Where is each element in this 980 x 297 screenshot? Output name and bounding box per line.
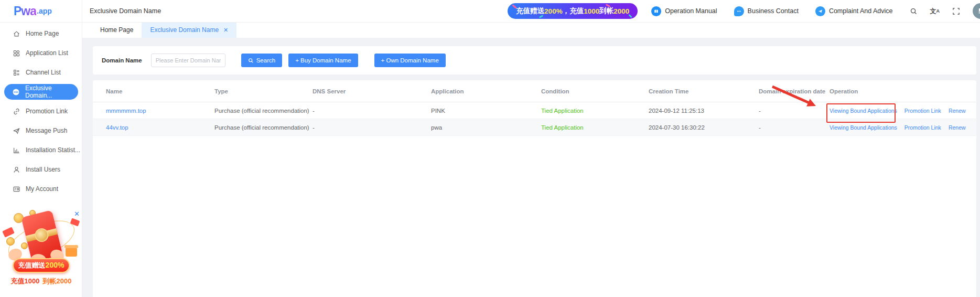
- fullscreen-icon[interactable]: [952, 7, 960, 15]
- ad-close-icon[interactable]: ✕: [74, 210, 80, 217]
- creation-time-cell: 2024-07-30 16:30:22: [649, 124, 759, 131]
- logo: Pwa .app: [0, 0, 82, 22]
- svg-text:DNS: DNS: [14, 91, 18, 93]
- user-icon: [13, 166, 20, 174]
- dns-server-cell: -: [313, 108, 431, 114]
- dns-globe-icon: DNS: [12, 88, 20, 96]
- viewing-bound-applications-link[interactable]: Viewing Bound Applications: [830, 124, 897, 131]
- sidebar-item-application-list[interactable]: Application List: [0, 45, 82, 61]
- type-cell: Purchase (official recommendation): [214, 124, 313, 131]
- domain-name-link[interactable]: mmmmmm.top: [106, 108, 214, 114]
- confetti-icon: [512, 4, 517, 9]
- home-icon: [13, 30, 20, 38]
- sidebar-ad-banner[interactable]: ✕ 充值赠送200% 充值1000到帐2000: [0, 210, 82, 297]
- col-operation: Operation: [830, 88, 976, 94]
- top-header: Pwa .app Exclusive Domain Name 充值赠送200%，…: [0, 0, 980, 23]
- grid-icon: [13, 49, 20, 57]
- col-dns-server: DNS Server: [313, 88, 431, 94]
- table-row: 44vv.top Purchase (official recommendati…: [93, 119, 976, 136]
- tab-close-icon[interactable]: ✕: [223, 27, 228, 34]
- app-window: Pwa .app Exclusive Domain Name 充值赠送200%，…: [0, 0, 980, 297]
- domain-name-link[interactable]: 44vv.top: [106, 124, 214, 131]
- col-creation-time: Creation Time: [649, 88, 759, 94]
- search-icon: [248, 58, 254, 63]
- application-cell: pwa: [431, 124, 541, 131]
- operation-manual-link[interactable]: Operation Manual: [651, 6, 717, 16]
- renew-link[interactable]: Renew: [949, 124, 966, 131]
- expiration-cell: -: [759, 108, 830, 114]
- domain-name-input[interactable]: [151, 54, 225, 67]
- sidebar-item-promotion-link[interactable]: Promotion Link: [0, 103, 82, 119]
- id-card-icon: [13, 185, 20, 193]
- condition-cell: Tied Application: [541, 108, 649, 114]
- channel-list-icon: [13, 69, 20, 77]
- viewing-bound-applications-link[interactable]: Viewing Bound Applications: [830, 108, 897, 114]
- complaint-advice-link[interactable]: Complaint And Advice: [815, 6, 893, 16]
- confetti-icon: [628, 14, 632, 18]
- recharge-promo-banner[interactable]: 充值赠送200%，充值1000到帐2000: [508, 3, 638, 19]
- chat-bubble-icon: [734, 6, 744, 16]
- sidebar-item-exclusive-domain[interactable]: DNS Exclusive Domain...: [4, 84, 78, 100]
- search-button[interactable]: Search: [241, 54, 282, 67]
- buy-domain-name-button[interactable]: + Buy Domain Name: [288, 54, 358, 67]
- table-header-row: Name Type DNS Server Application Conditi…: [93, 80, 976, 102]
- sidebar-item-install-users[interactable]: Install Users: [0, 162, 82, 177]
- ad-badge: 充值赠送200%: [13, 258, 70, 273]
- promotion-link-link[interactable]: Promotion Link: [904, 124, 941, 131]
- tab-exclusive-domain-name[interactable]: Exclusive Domain Name ✕: [142, 22, 236, 38]
- sidebar-item-home-page[interactable]: Home Page: [0, 26, 82, 41]
- banner-text: 充值赠送: [516, 6, 544, 16]
- search-icon[interactable]: [910, 7, 918, 15]
- type-cell: Purchase (official recommendation): [214, 108, 313, 114]
- domain-table: Name Type DNS Server Application Conditi…: [93, 80, 976, 297]
- bar-chart-icon: [13, 146, 20, 154]
- condition-cell: Tied Application: [541, 124, 649, 131]
- expiration-cell: -: [759, 124, 830, 131]
- sidebar-item-message-push[interactable]: Message Push: [0, 123, 82, 139]
- logo-text: Pwa: [14, 4, 36, 18]
- link-icon: [13, 108, 20, 115]
- sidebar-item-installation-statistics[interactable]: Installation Statist...: [0, 142, 82, 158]
- promotion-link-link[interactable]: Promotion Link: [904, 108, 941, 114]
- filter-panel: Domain Name Search + Buy Domain Name + O…: [93, 46, 976, 75]
- sidebar-item-my-account[interactable]: My Account: [0, 181, 82, 197]
- tab-home-page[interactable]: Home Page: [92, 22, 142, 38]
- manual-book-icon: [651, 6, 661, 16]
- business-contact-link[interactable]: Business Contact: [734, 6, 799, 16]
- application-cell: PINK: [431, 108, 541, 114]
- paper-plane-icon: [815, 6, 825, 16]
- table-row: mmmmmm.top Purchase (official recommenda…: [93, 102, 976, 119]
- tab-bar: Home Page Exclusive Domain Name ✕: [82, 22, 980, 38]
- own-domain-name-button[interactable]: + Own Domain Name: [374, 54, 446, 67]
- col-domain-expiration-date: Domain expiration date: [759, 88, 830, 94]
- logo-suffix: .app: [37, 7, 52, 15]
- ad-subtext: 充值1000到帐2000: [0, 277, 82, 286]
- sidebar-item-channel-list[interactable]: Channel List: [0, 65, 82, 80]
- translate-icon[interactable]: 文A: [930, 7, 940, 16]
- domain-name-label: Domain Name: [102, 57, 142, 63]
- col-condition: Condition: [541, 88, 649, 94]
- sidebar: Home Page Application List Channel List …: [0, 22, 82, 297]
- send-icon: [13, 127, 20, 135]
- page-title: Exclusive Domain Name: [90, 7, 161, 15]
- col-name: Name: [106, 88, 214, 94]
- avatar[interactable]: [973, 3, 980, 19]
- main-content: Home Page Exclusive Domain Name ✕ Domain…: [82, 22, 980, 297]
- creation-time-cell: 2024-09-12 11:25:13: [649, 108, 759, 114]
- dns-server-cell: -: [313, 124, 431, 131]
- renew-link[interactable]: Renew: [949, 108, 966, 114]
- col-type: Type: [214, 88, 313, 94]
- col-application: Application: [431, 88, 541, 94]
